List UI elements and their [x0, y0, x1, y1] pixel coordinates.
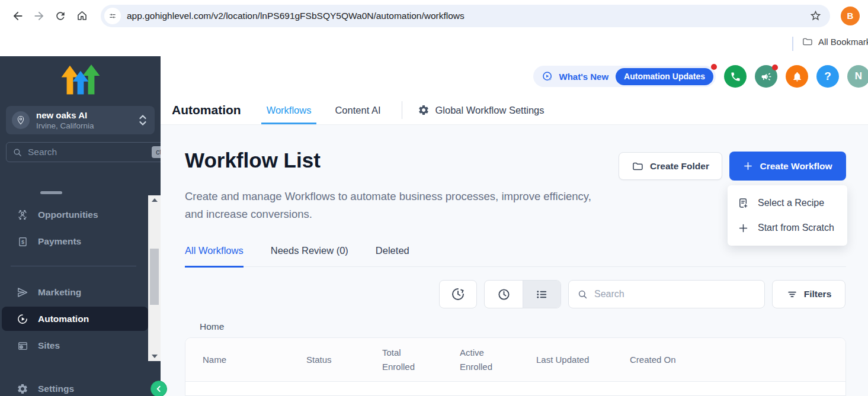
bookmark-star-button[interactable]	[806, 7, 824, 25]
payments-icon: $	[17, 236, 28, 247]
table-body	[185, 382, 845, 396]
sidebar-scrollbar[interactable]	[148, 195, 161, 361]
time-view-button[interactable]	[485, 281, 523, 308]
execution-logs-button[interactable]	[439, 280, 477, 308]
phone-icon	[730, 71, 741, 82]
browser-toolbar: B	[0, 0, 868, 31]
sidebar-search-field[interactable]	[28, 147, 146, 157]
scrollbar-thumb[interactable]	[150, 249, 159, 305]
sidebar-item-label: Marketing	[38, 287, 81, 298]
menu-item-select-recipe[interactable]: Select a Recipe	[728, 191, 847, 215]
search-icon	[577, 289, 588, 300]
tab-deleted[interactable]: Deleted	[376, 245, 409, 267]
plus-icon	[736, 221, 750, 234]
svg-text:$: $	[21, 239, 24, 244]
address-bar[interactable]	[101, 5, 830, 27]
notification-dot	[772, 65, 778, 70]
workflow-search[interactable]	[568, 280, 765, 308]
phone-button[interactable]	[724, 65, 747, 88]
global-workflow-settings-link[interactable]: Global Workflow Settings	[418, 104, 544, 116]
location-switcher[interactable]: new oaks AI Irvine, California	[6, 106, 155, 134]
scrollbar-down-arrow[interactable]	[148, 352, 161, 361]
menu-item-start-from-scratch[interactable]: Start from Scratch	[728, 215, 847, 240]
automation-updates-label: Automation Updates	[624, 72, 705, 81]
scrollbar-up-arrow[interactable]	[148, 195, 161, 205]
create-workflow-button[interactable]: Create Workflow	[729, 152, 846, 181]
list-view-button[interactable]	[523, 281, 560, 308]
tab-all-workflows[interactable]: All Workflows	[185, 245, 244, 267]
announcements-button[interactable]	[755, 65, 777, 88]
sidebar-item-label: Opportunities	[38, 210, 98, 220]
notification-dot	[711, 64, 717, 70]
app-logo[interactable]	[0, 56, 161, 96]
location-name: new oaks AI	[36, 110, 132, 121]
gear-icon	[17, 383, 28, 395]
sidebar-item-label: Sites	[38, 340, 60, 351]
breadcrumb-home[interactable]: Home	[200, 321, 224, 332]
help-button[interactable]: ?	[816, 65, 839, 88]
folder-icon	[632, 160, 643, 172]
whats-new-label: What's New	[559, 72, 609, 82]
help-glyph: ?	[824, 70, 831, 83]
create-folder-button[interactable]: Create Folder	[619, 152, 722, 180]
view-toggle-group	[484, 280, 561, 308]
sidebar-collapse-button[interactable]	[150, 381, 167, 396]
tab-content-ai[interactable]: Content AI	[329, 96, 386, 124]
plus-icon	[743, 161, 753, 171]
create-workflow-label: Create Workflow	[760, 161, 832, 172]
sidebar-item-marketing[interactable]: Marketing	[0, 279, 148, 305]
tab-workflows[interactable]: Workflows	[261, 96, 317, 124]
folder-icon	[802, 36, 813, 47]
column-header-name: Name	[185, 355, 306, 365]
sidebar-item-sites[interactable]: Sites	[0, 333, 148, 359]
menu-item-label: Start from Scratch	[758, 223, 834, 233]
tab-needs-review-label: Needs Review (0)	[271, 245, 348, 256]
tab-needs-review[interactable]: Needs Review (0)	[271, 245, 348, 267]
recipe-file-plus-icon	[736, 197, 750, 210]
gear-icon	[418, 104, 430, 116]
marketing-send-icon	[17, 286, 28, 298]
create-workflow-menu: Select a Recipe Start from Scratch	[728, 185, 847, 246]
browser-profile-avatar[interactable]: B	[841, 7, 860, 25]
reload-icon	[55, 10, 66, 22]
menu-item-label: Select a Recipe	[758, 198, 824, 208]
browser-reload-button[interactable]	[50, 5, 71, 27]
notifications-button[interactable]	[786, 65, 808, 88]
automation-updates-badge[interactable]: Automation Updates	[616, 68, 713, 85]
url-input[interactable]	[127, 11, 806, 21]
workflow-list-title: Workflow List	[185, 149, 321, 172]
sidebar-item-settings[interactable]: Settings	[0, 376, 148, 396]
create-folder-label: Create Folder	[650, 161, 709, 172]
sidebar-search-input[interactable]: ctrl K	[6, 142, 161, 162]
whats-new-icon	[542, 70, 554, 83]
list-toolbar: Filters	[439, 280, 845, 308]
avatar-initial: N	[855, 70, 862, 82]
page-title-automation: Automation	[172, 103, 241, 117]
browser-back-button[interactable]	[7, 5, 28, 27]
sidebar-item-automation[interactable]: Automation	[2, 307, 148, 331]
whats-new-pill[interactable]: What's New Automation Updates	[533, 66, 716, 87]
location-city: Irvine, California	[36, 121, 132, 131]
gohighlevel-logo-icon	[61, 65, 100, 96]
clock-icon	[497, 288, 511, 301]
tab-deleted-label: Deleted	[376, 245, 409, 256]
workflow-search-input[interactable]	[594, 289, 756, 300]
user-avatar[interactable]: N	[847, 65, 868, 88]
sidebar-item-payments[interactable]: $ Payments	[0, 228, 148, 255]
opportunities-icon	[17, 209, 28, 221]
bookmarks-divider	[792, 37, 793, 51]
sidebar-divider	[11, 266, 136, 266]
sidebar-item-label: Payments	[38, 236, 81, 247]
sidebar-item-opportunities[interactable]: Opportunities	[0, 202, 148, 228]
all-bookmarks-button[interactable]: All Bookmarks	[802, 36, 868, 47]
site-settings-icon[interactable]	[104, 8, 121, 24]
location-pin-icon	[12, 111, 30, 129]
forward-arrow-icon	[33, 9, 46, 22]
filters-button[interactable]: Filters	[772, 280, 845, 308]
back-arrow-icon	[11, 9, 24, 22]
column-header-total-enrolled: Total Enrolled	[382, 346, 460, 374]
browser-forward-button[interactable]	[28, 5, 50, 27]
workflow-list-description: Create and manage Workflows to automate …	[185, 188, 600, 223]
browser-home-button[interactable]	[71, 5, 92, 27]
star-icon	[809, 9, 822, 22]
